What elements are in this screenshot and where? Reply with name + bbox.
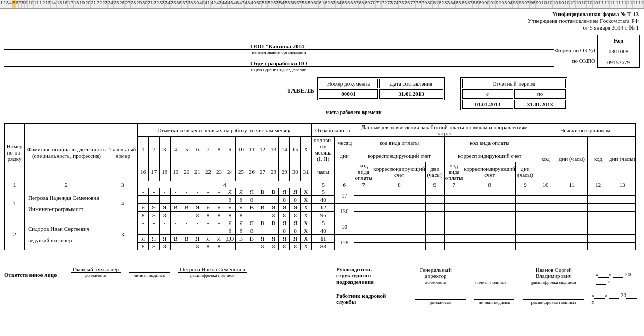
period-from-label: с bbox=[462, 89, 513, 99]
org-name: ООО "Калинка 2014" bbox=[4, 38, 554, 50]
dept-sub: структурное подразделение bbox=[4, 67, 554, 72]
cap-name: расшифровка подписи bbox=[178, 273, 247, 278]
okpo-label: по ОКПО bbox=[572, 55, 595, 66]
resp-position: Главный бухгалтер bbox=[71, 266, 121, 273]
cap-position2: должность bbox=[409, 279, 462, 285]
timesheet-table: Номер по по-рядкуФамилия, инициалы, долж… bbox=[4, 123, 636, 250]
okud-value: 0301008 bbox=[598, 46, 639, 57]
form-date: от 5 января 2004 г. № 1 bbox=[4, 24, 639, 31]
head-position: Генеральный директор bbox=[409, 267, 462, 279]
hr-label: Работник кадровой службы bbox=[336, 292, 401, 305]
doc-num: 00001 bbox=[319, 89, 378, 99]
org-sub: наименование организации bbox=[4, 50, 554, 55]
period-from: 01.01.2013 bbox=[462, 100, 513, 109]
doc-title-block: ТАБЕЛЬ bbox=[287, 77, 314, 95]
form-approved: Утверждена постановлением Госкомстата РФ bbox=[4, 18, 639, 24]
head-name: Иванов Сергей Владимирович bbox=[519, 267, 589, 279]
cap-name2: расшифровка подписи bbox=[519, 279, 589, 285]
head-date: « » 20 г. bbox=[596, 271, 640, 285]
doc-num-label: Номер документа bbox=[319, 79, 378, 88]
form-header: Унифицированная форма № Т-13 Утверждена … bbox=[4, 11, 639, 32]
hr-date: « » 20 г. bbox=[591, 292, 640, 305]
column-ruler: 1234567891011121314151617181920212223242… bbox=[0, 0, 644, 9]
okpo-value: 09153679 bbox=[598, 57, 639, 67]
signature-area: Ответственное лицо Главный бухгалтердолж… bbox=[4, 266, 640, 305]
period-to-label: по bbox=[514, 89, 566, 99]
okud-label: Форма по ОКУД bbox=[555, 45, 595, 55]
cap-sign2: личная подпись bbox=[470, 279, 511, 285]
cap-position3: должность bbox=[415, 300, 466, 305]
cap-sign3: личная подпись bbox=[474, 300, 514, 305]
dept-name: Отдел разработки ПО bbox=[4, 55, 554, 67]
doc-date-label: Дата составления bbox=[379, 79, 443, 88]
cap-position: должность bbox=[71, 273, 121, 278]
form-title: Унифицированная форма № Т-13 bbox=[4, 11, 639, 18]
doc-title: ТАБЕЛЬ bbox=[287, 87, 314, 95]
doc-period-box: Отчетный период с по 01.01.2013 31.01.20… bbox=[460, 77, 567, 110]
head-label: Руководитель структурного подразделения bbox=[336, 266, 396, 285]
doc-date: 31.01.2013 bbox=[379, 89, 443, 99]
cap-sign: личная подпись bbox=[129, 273, 170, 278]
codes-header: Код bbox=[598, 35, 639, 46]
period-label: Отчетный период bbox=[462, 79, 566, 88]
period-to: 31.01.2013 bbox=[514, 100, 566, 109]
resp-label: Ответственное лицо bbox=[4, 272, 57, 278]
doc-number-box: Номер документа Дата составления 00001 3… bbox=[317, 77, 445, 100]
cap-name3: расшифровка подписи bbox=[523, 300, 584, 305]
resp-name: Петрова Ирина Семеновна bbox=[178, 266, 247, 273]
org-section: ООО "Калинка 2014" наименование организа… bbox=[4, 38, 554, 72]
